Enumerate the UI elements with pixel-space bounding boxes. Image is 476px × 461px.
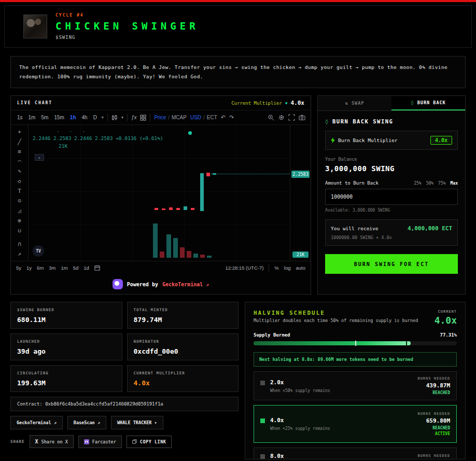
whale-tracker-button[interactable]: WHALE TRACKER ▾ [111, 416, 163, 429]
contract-value: 0xb86f6c4ba5d3ea4ccfd5af21460829d059191f… [45, 401, 163, 407]
burn-back-heading-label: BURN BACK SWING [332, 118, 393, 124]
burn-swing-button[interactable]: BURN SWING FOR ECT [325, 254, 458, 274]
amount-label: Amount to Burn Back [325, 180, 379, 186]
price-axis[interactable]: 2.2583 21K [290, 125, 311, 261]
volume-bar [200, 255, 205, 258]
tier-condition: When <25% supply remains [270, 426, 330, 431]
share-on-x-button[interactable]: X Share on X [30, 435, 74, 448]
auto-scale-button[interactable]: auto [296, 265, 306, 271]
volume-bar [160, 252, 164, 258]
farcaster-button[interactable]: Farcaster [78, 436, 122, 448]
emoji-tool-icon[interactable]: ☺ [18, 198, 21, 204]
price-mcap-toggle[interactable]: Price / MCAP [154, 115, 186, 120]
trendline-tool-icon[interactable]: ╱ [18, 139, 21, 145]
timeframe-5m-button[interactable]: 5m [40, 114, 49, 121]
timeframe-chevron-icon[interactable]: ▾ [102, 115, 104, 120]
timeframe-1d-button[interactable]: D [92, 114, 98, 121]
range-6m-button[interactable]: 6m [37, 265, 44, 271]
geckoterminal-button[interactable]: GeckoTerminal ↗ [10, 416, 63, 429]
contract-label: Contract: [17, 401, 43, 407]
brush-tool-icon[interactable]: ✎ [18, 169, 21, 174]
burns-needed-label: BURNS NEEDED [417, 376, 450, 381]
volume-bar [187, 251, 191, 258]
time-axis-bar: 5y 1y 6m 3m 1m 5d 1d 12:28:15 (UTC-7) % … [11, 261, 311, 274]
chart-plot[interactable]: · · · 2.2446 2.2583 2.2446 2.2583 +0.013… [29, 125, 290, 261]
legend-collapse-button[interactable]: ▴ [35, 154, 44, 161]
style-chevron-icon[interactable]: ▾ [121, 115, 123, 120]
ect-toggle-off[interactable]: ECT [207, 115, 217, 120]
volume-bar [153, 223, 158, 258]
timeframe-4h-button[interactable]: 4h [81, 114, 89, 121]
copy-link-button[interactable]: COPY LINK [127, 436, 172, 448]
basescan-button[interactable]: BaseScan ↗ [67, 416, 106, 429]
fib-retracement-tool-icon[interactable]: ≡ [18, 149, 21, 155]
log-scale-button[interactable]: log [284, 265, 291, 271]
swap-burn-tabs: ⇅ SWAP ◊ BURN BACK [317, 95, 466, 111]
price-toggle-on[interactable]: Price [154, 115, 166, 120]
range-3m-button[interactable]: 3m [49, 265, 55, 271]
toggle-separator: / [168, 115, 170, 120]
text-tool-icon[interactable]: T [18, 188, 21, 194]
event-marker-dot[interactable] [188, 131, 192, 135]
camera-icon[interactable] [299, 114, 305, 121]
contract-address[interactable]: Contract: 0xb86f6c4ba5d3ea4ccfd5af214608… [10, 397, 239, 411]
crosshair-tool-icon[interactable]: + [18, 129, 21, 135]
geckoterminal-icon [113, 279, 123, 289]
range-5y-button[interactable]: 5y [16, 265, 21, 271]
gridline [29, 225, 290, 225]
pct-max-button[interactable]: Max [451, 181, 458, 186]
geckoterminal-link[interactable]: GeckoTerminal ↗ [162, 282, 209, 287]
copy-icon [132, 439, 137, 444]
redo-icon[interactable]: ↷ [229, 114, 234, 121]
candle-style-icon[interactable] [111, 115, 118, 121]
stat-value: 879.74M [134, 316, 232, 324]
copy-link-label: COPY LINK [140, 439, 166, 444]
stat-total-minted: TOTAL MINTED 879.74M [127, 302, 239, 329]
farcaster-label: Farcaster [92, 439, 116, 444]
progress-tick-75 [406, 341, 407, 346]
timeframe-1s-button[interactable]: 1s [16, 114, 24, 121]
indicators-icon[interactable]: ƒx [131, 115, 137, 120]
percent-scale-button[interactable]: % [274, 265, 278, 271]
measure-tool-icon[interactable]: ◿ [18, 208, 21, 214]
candle [213, 173, 216, 175]
mcap-toggle-off[interactable]: MCAP [172, 115, 187, 120]
layout-grid-icon[interactable] [140, 115, 146, 121]
candle [176, 208, 180, 210]
settings-gear-icon[interactable] [278, 114, 285, 121]
chevron-down-icon: ▾ [154, 420, 157, 425]
range-1m-button[interactable]: 1m [61, 265, 68, 271]
pct-75-button[interactable]: 75% [438, 181, 445, 186]
range-1y-button[interactable]: 1y [26, 265, 32, 271]
usd-ect-toggle[interactable]: USD / ECT [190, 115, 217, 120]
burns-needed-label: BURNS NEEDED [417, 412, 450, 416]
calendar-icon[interactable] [94, 265, 100, 271]
timeframe-1h-button[interactable]: 1h [69, 114, 77, 121]
timeframe-1m-button[interactable]: 1m [27, 114, 37, 121]
pct-50-button[interactable]: 50% [426, 181, 433, 186]
pitchfork-tool-icon[interactable]: ◠ [18, 159, 21, 164]
tab-swap[interactable]: ⇅ SWAP [318, 96, 391, 110]
fullscreen-icon[interactable] [288, 114, 295, 121]
range-5d-button[interactable]: 5d [73, 265, 79, 271]
timeframe-15m-button[interactable]: 15m [53, 114, 65, 121]
usd-toggle-on[interactable]: USD [190, 115, 201, 120]
undo-icon[interactable]: ↶ [221, 114, 226, 121]
tradingview-logo[interactable]: TV [33, 245, 44, 257]
tier-indicator-icon [260, 418, 265, 423]
range-1d-button[interactable]: 1d [83, 265, 89, 271]
tab-burn-back[interactable]: ◊ BURN BACK [391, 96, 465, 110]
burn-amount-input[interactable] [325, 189, 458, 205]
progress-tick-50 [355, 341, 356, 346]
search-icon[interactable] [268, 114, 274, 121]
balance-label: Your Balance [325, 157, 458, 162]
tier-multiplier: 2.0x [270, 379, 330, 386]
pct-25-button[interactable]: 25% [414, 181, 421, 186]
alerts-tool-icon[interactable]: ∩ [18, 241, 21, 247]
publish-tool-icon[interactable]: ↗ [18, 251, 21, 257]
stat-value: 680.11M [17, 316, 116, 324]
zoom-in-tool-icon[interactable]: ⊕ [18, 218, 21, 223]
chart-clock[interactable]: 12:28:15 (UTC-7) [225, 265, 263, 271]
shapes-tool-icon[interactable]: ◇ [18, 178, 21, 184]
magnet-tool-icon[interactable]: ∪ [18, 228, 21, 233]
